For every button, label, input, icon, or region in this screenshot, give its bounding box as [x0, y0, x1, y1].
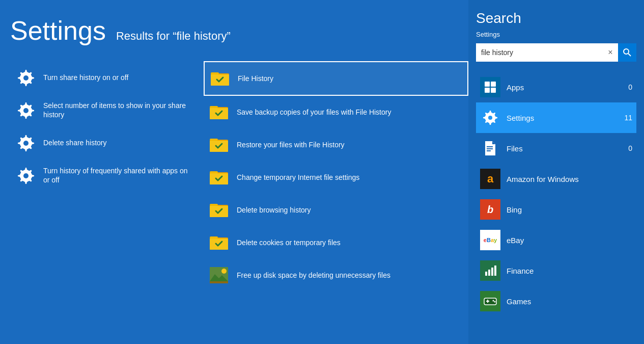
right-search-panel: Search Settings × Apps 0 [468, 0, 644, 344]
category-list: Apps 0 Settings 11 [476, 72, 636, 316]
category-label-apps: Apps [507, 83, 622, 92]
category-label-finance: Finance [507, 267, 626, 275]
svg-rect-33 [487, 146, 493, 147]
folder-icon-1 [209, 102, 229, 122]
category-label-games: Games [507, 297, 626, 306]
left-result-2[interactable]: Delete share history [10, 126, 199, 159]
gear-icon-2 [15, 133, 36, 153]
svg-rect-38 [491, 268, 493, 276]
svg-rect-14 [210, 171, 218, 173]
svg-rect-28 [485, 82, 490, 87]
svg-rect-36 [485, 272, 487, 276]
bing-icon: b [480, 199, 500, 220]
ebay-icon: eBay [480, 230, 500, 250]
category-label-amazon: Amazon for Windows [507, 175, 626, 183]
category-item-ebay[interactable]: eBay eBay [476, 225, 636, 255]
svg-rect-29 [491, 82, 496, 87]
category-label-settings: Settings [507, 114, 618, 122]
svg-rect-31 [491, 88, 496, 93]
svg-line-27 [628, 54, 631, 56]
apps-icon [480, 77, 500, 97]
svg-rect-17 [210, 204, 218, 206]
gear-icon-0 [15, 67, 36, 88]
left-result-1[interactable]: Select number of items to show in your s… [10, 94, 199, 126]
svg-rect-34 [487, 148, 493, 149]
folder-icon-2 [209, 135, 229, 155]
left-panel: Settings Results for “file history” Turn… [0, 0, 468, 344]
svg-rect-25 [210, 281, 228, 283]
right-result-2[interactable]: Restore your files with File History [204, 128, 468, 161]
header-area: Settings Results for “file history” [10, 15, 468, 46]
svg-rect-8 [210, 106, 218, 108]
right-result-label-5: Delete cookies or temporary files [237, 238, 341, 247]
svg-point-1 [23, 108, 29, 113]
left-result-0[interactable]: Turn share history on or off [10, 61, 199, 94]
right-result-4[interactable]: Delete browsing history [204, 194, 468, 226]
svg-rect-37 [488, 270, 490, 276]
category-item-apps[interactable]: Apps 0 [476, 72, 636, 102]
svg-rect-35 [487, 150, 491, 151]
right-result-3[interactable]: Change temporary Internet file settings [204, 161, 468, 194]
svg-point-45 [494, 301, 496, 303]
landscape-icon-6 [209, 265, 229, 285]
left-result-label-3: Turn history of frequently shared with a… [43, 166, 193, 184]
category-count-settings: 11 [624, 114, 632, 122]
right-result-label-6: Free up disk space by deleting unnecessa… [237, 271, 390, 280]
search-scope-label: Settings [476, 31, 636, 38]
category-item-amazon[interactable]: a Amazon for Windows [476, 164, 636, 194]
search-input[interactable] [476, 43, 603, 62]
category-count-files: 0 [628, 144, 632, 152]
svg-point-3 [23, 173, 29, 178]
svg-rect-43 [487, 300, 488, 303]
folder-icon-3 [209, 167, 229, 188]
category-label-ebay: eBay [507, 236, 626, 245]
svg-rect-39 [494, 266, 496, 276]
folder-icon-5 [209, 232, 229, 253]
category-label-files: Files [507, 144, 622, 153]
svg-rect-5 [211, 72, 219, 74]
category-label-bing: Bing [507, 205, 626, 214]
svg-rect-30 [485, 88, 490, 93]
right-result-5[interactable]: Delete cookies or temporary files [204, 226, 468, 259]
category-item-settings[interactable]: Settings 11 [476, 102, 636, 133]
category-count-apps: 0 [628, 83, 632, 91]
category-item-bing[interactable]: b Bing [476, 194, 636, 225]
folder-icon-4 [209, 200, 229, 220]
right-result-label-3: Change temporary Internet file settings [237, 173, 359, 182]
search-panel-title: Search [476, 10, 636, 27]
left-result-label-2: Delete share history [43, 138, 107, 147]
category-item-games[interactable]: Games [476, 286, 636, 316]
page-title: Settings [10, 15, 106, 46]
gear-icon-3 [15, 165, 36, 186]
clear-search-button[interactable]: × [603, 43, 618, 62]
svg-point-32 [488, 116, 492, 120]
right-result-1[interactable]: Save backup copies of your files with Fi… [204, 96, 468, 128]
svg-rect-20 [210, 236, 218, 239]
category-item-files[interactable]: Files 0 [476, 133, 636, 164]
games-icon [480, 291, 500, 311]
folder-icon-0 [210, 68, 230, 89]
amazon-icon: a [480, 169, 500, 189]
left-results-column: Turn share history on or off Select numb… [10, 61, 199, 344]
right-result-0[interactable]: File History [204, 61, 468, 96]
svg-point-2 [23, 141, 29, 146]
right-result-label-0: File History [238, 74, 273, 83]
right-result-6[interactable]: Free up disk space by deleting unnecessa… [204, 259, 468, 292]
right-result-label-2: Restore your files with File History [237, 140, 345, 149]
search-box-container: × [476, 43, 636, 62]
settings-icon [480, 108, 500, 128]
svg-point-0 [23, 75, 29, 81]
svg-point-44 [493, 300, 494, 302]
svg-rect-11 [210, 139, 218, 141]
category-item-finance[interactable]: Finance [476, 255, 636, 286]
svg-point-24 [221, 269, 227, 274]
content-area: Turn share history on or off Select numb… [10, 61, 468, 344]
left-result-label-0: Turn share history on or off [43, 73, 128, 82]
left-result-3[interactable]: Turn history of frequently shared with a… [10, 159, 199, 192]
right-results-column: File History Save backup copies of your … [199, 61, 468, 344]
right-result-label-1: Save backup copies of your files with Fi… [237, 108, 391, 117]
left-result-label-1: Select number of items to show in your s… [43, 101, 193, 119]
finance-icon [480, 260, 500, 281]
search-button[interactable] [618, 43, 636, 62]
gear-icon-1 [15, 100, 36, 120]
